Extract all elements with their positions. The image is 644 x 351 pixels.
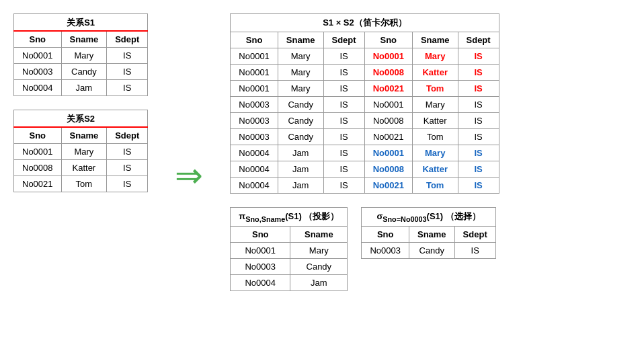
table-cell: No0021: [14, 176, 62, 192]
table-cell: No0004: [231, 178, 278, 194]
s1-header-sname: Sname: [61, 31, 107, 48]
table-row: No0004JamISNo0008KatterIS: [231, 161, 499, 178]
table-cell: Candy: [409, 242, 454, 258]
table-row: No0003CandyIS: [362, 242, 495, 258]
sel-header-sname: Sname: [409, 226, 454, 242]
table-cell: Candy: [61, 64, 107, 80]
table-cell: IS: [107, 48, 148, 64]
table-cell: No0004: [231, 161, 278, 178]
table-cell: Tom: [412, 129, 458, 145]
table-cell: Katter: [412, 65, 458, 81]
table-row: No0003CandyISNo0021TomIS: [231, 129, 499, 145]
selection-title: σSno=No0003(S1) （选择）: [362, 208, 495, 227]
cartesian-table: S1 × S2（笛卡尔积） SnoSnameSdeptSnoSnameSdept…: [230, 13, 499, 194]
table-cell: IS: [458, 145, 499, 161]
table-cell: No0004: [231, 274, 290, 290]
s2-container: 关系S2 Sno Sname Sdept No0001MaryISNo0008K…: [13, 110, 148, 192]
table-cell: No0001: [364, 97, 412, 113]
table-row: No0003CandyISNo0008KatterIS: [231, 113, 499, 129]
proj-label: （投影）: [304, 211, 339, 221]
table-cell: No0021: [364, 129, 412, 145]
table-row: No0004JamIS: [14, 80, 148, 96]
table-cell: IS: [323, 129, 364, 145]
table-cell: IS: [458, 113, 499, 129]
table-cell: Jam: [278, 178, 323, 194]
table-cell: No0008: [364, 113, 412, 129]
table-cell: IS: [323, 145, 364, 161]
table-cell: No0001: [231, 81, 278, 97]
proj-header-sno: Sno: [231, 226, 290, 242]
bottom-section: πSno,Sname(S1) （投影） Sno Sname No0001Mary…: [230, 207, 631, 291]
table-cell: Mary: [61, 48, 107, 64]
table-cell: IS: [323, 48, 364, 65]
table-cell: IS: [107, 176, 148, 192]
s1-table: 关系S1 Sno Sname Sdept No0001MaryISNo0003C…: [13, 13, 148, 96]
table-cell: No0021: [364, 81, 412, 97]
s1-title: 关系S1: [14, 14, 148, 32]
table-cell: No0001: [364, 48, 412, 65]
s2-title: 关系S2: [14, 110, 148, 128]
table-row: No0003Candy: [231, 258, 348, 274]
projection-container: πSno,Sname(S1) （投影） Sno Sname No0001Mary…: [230, 207, 348, 291]
s2-table: 关系S2 Sno Sname Sdept No0001MaryISNo0008K…: [13, 110, 148, 192]
s1-header-sno: Sno: [14, 31, 62, 48]
arrow-icon: ⇒: [168, 156, 210, 195]
table-row: No0003CandyIS: [14, 64, 148, 80]
table-cell: No0021: [364, 178, 412, 194]
table-cell: Mary: [412, 145, 458, 161]
table-cell: Jam: [61, 80, 107, 96]
table-cell: IS: [454, 242, 495, 258]
table-cell: IS: [458, 65, 499, 81]
table-cell: No0003: [14, 64, 62, 80]
table-cell: IS: [458, 129, 499, 145]
table-cell: No0008: [364, 161, 412, 178]
table-cell: IS: [458, 178, 499, 194]
sel-header-sno: Sno: [362, 226, 409, 242]
table-cell: Tom: [61, 176, 107, 192]
cartesian-header: Sdept: [458, 32, 499, 48]
table-cell: No0001: [14, 48, 62, 64]
cartesian-header: Sname: [278, 32, 323, 48]
table-cell: Mary: [278, 81, 323, 97]
table-cell: Candy: [278, 129, 323, 145]
cartesian-container: S1 × S2（笛卡尔积） SnoSnameSdeptSnoSnameSdept…: [230, 13, 631, 194]
table-cell: Jam: [278, 145, 323, 161]
table-cell: IS: [458, 97, 499, 113]
table-row: No0008KatterIS: [14, 160, 148, 176]
table-cell: IS: [323, 178, 364, 194]
cartesian-header: Sname: [412, 32, 458, 48]
table-cell: IS: [323, 113, 364, 129]
sel-arg: (S1): [427, 211, 444, 221]
table-cell: Tom: [412, 178, 458, 194]
table-cell: Mary: [278, 65, 323, 81]
table-cell: No0003: [231, 113, 278, 129]
table-cell: Tom: [412, 81, 458, 97]
s1-header-sdept: Sdept: [107, 31, 148, 48]
table-row: No0001MaryIS: [14, 144, 148, 160]
table-cell: IS: [107, 64, 148, 80]
table-cell: IS: [458, 161, 499, 178]
table-cell: IS: [107, 80, 148, 96]
table-cell: Mary: [61, 144, 107, 160]
proj-formula: π: [239, 211, 245, 221]
right-panel: S1 × S2（笛卡尔积） SnoSnameSdeptSnoSnameSdept…: [230, 13, 631, 291]
sel-label: （选择）: [446, 211, 481, 221]
table-cell: Candy: [290, 258, 348, 274]
table-cell: No0008: [14, 160, 62, 176]
table-cell: IS: [107, 160, 148, 176]
table-cell: Mary: [290, 242, 348, 258]
table-cell: IS: [458, 81, 499, 97]
table-cell: IS: [323, 81, 364, 97]
cartesian-header: Sno: [231, 32, 278, 48]
cartesian-title: S1 × S2（笛卡尔积）: [231, 14, 499, 32]
table-cell: Jam: [290, 274, 348, 290]
table-cell: No0001: [231, 65, 278, 81]
table-row: No0004JamISNo0001MaryIS: [231, 145, 499, 161]
table-cell: Katter: [412, 161, 458, 178]
table-cell: Jam: [278, 161, 323, 178]
left-panel: 关系S1 Sno Sname Sdept No0001MaryISNo0003C…: [13, 13, 148, 192]
table-cell: Mary: [412, 97, 458, 113]
table-row: No0003CandyISNo0001MaryIS: [231, 97, 499, 113]
proj-arg: (S1): [285, 211, 302, 221]
table-cell: No0004: [231, 145, 278, 161]
